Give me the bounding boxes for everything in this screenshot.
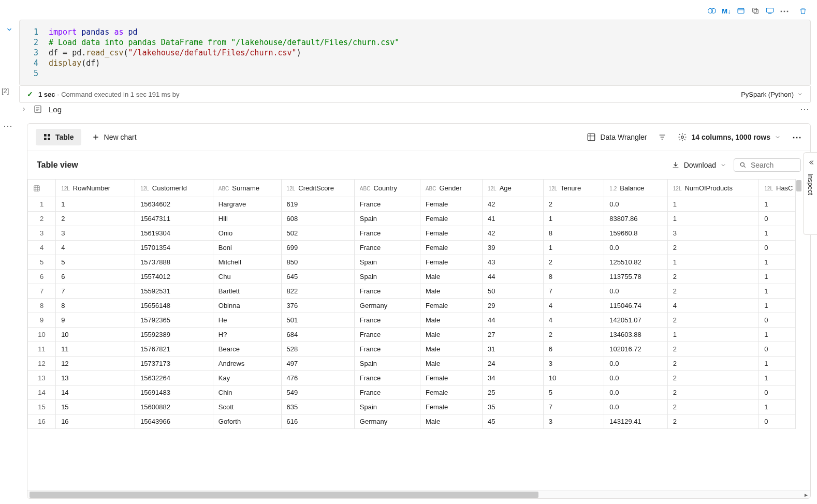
table-row[interactable]: 7715592531Bartlett822FranceMale5070.021 <box>28 284 796 299</box>
cell: 1 <box>56 197 135 212</box>
cell: 15574012 <box>135 270 213 284</box>
toggle-output-button[interactable] <box>763 4 777 18</box>
cell: 29 <box>482 299 543 313</box>
cell: 2 <box>667 371 759 386</box>
horizontal-scrollbar[interactable]: ◄ ► <box>27 490 810 498</box>
cell: Male <box>420 284 482 299</box>
cell: 50 <box>482 284 543 299</box>
cell: 6 <box>56 270 135 284</box>
table-row[interactable]: 101015592389H?684FranceMale272134603.881… <box>28 328 796 342</box>
log-section[interactable]: Log <box>21 101 62 117</box>
column-header[interactable]: 12LCustomerId <box>135 180 213 197</box>
column-header[interactable]: ABCGender <box>420 180 482 197</box>
row-index-header <box>28 180 56 197</box>
output-more-button[interactable]: ⋯ <box>792 131 802 143</box>
success-check-icon: ✓ <box>27 90 33 98</box>
column-header[interactable]: ABCSurname <box>213 180 281 197</box>
cell: 3 <box>667 226 759 241</box>
search-input[interactable] <box>734 158 801 172</box>
vertical-scrollbar-thumb[interactable] <box>796 180 801 191</box>
table-row[interactable]: 8815656148Obinna376GermanyFemale29411504… <box>28 299 796 313</box>
filter-icon <box>658 133 666 141</box>
row-index: 9 <box>28 313 56 328</box>
convert-markdown-button[interactable]: M↓ <box>720 4 733 18</box>
execution-count: [2] <box>2 87 9 95</box>
cell: 4 <box>543 299 604 313</box>
table-row[interactable]: 131315632264Kay476FranceFemale34100.021 <box>28 371 796 386</box>
cell: Onio <box>213 226 281 241</box>
cell: 24 <box>482 357 543 371</box>
cell: 7 <box>543 284 604 299</box>
cell: 15 <box>56 400 135 414</box>
column-header[interactable]: 12LCreditScore <box>281 180 354 197</box>
log-more-button[interactable]: ⋯ <box>800 103 810 115</box>
column-header[interactable]: ABCCountry <box>354 180 420 197</box>
scrollbar-thumb[interactable] <box>30 492 538 498</box>
column-header[interactable]: 12LHasC <box>759 180 796 197</box>
column-header[interactable]: 12LNumOfProducts <box>667 180 759 197</box>
delete-cell-button[interactable] <box>796 4 810 18</box>
tab-new-chart[interactable]: New chart <box>84 129 144 145</box>
row-index: 16 <box>28 414 56 429</box>
cell: 4 <box>56 241 135 255</box>
cell: 134603.88 <box>604 328 667 342</box>
cell: 39 <box>482 241 543 255</box>
cell: 4 <box>667 299 759 313</box>
tab-table[interactable]: Table <box>36 129 81 145</box>
cell: 9 <box>56 313 135 328</box>
code-editor[interactable]: 1import pandas as pd 2# Load data into p… <box>19 20 811 86</box>
data-table[interactable]: 12LRowNumber12LCustomerIdABCSurname12LCr… <box>27 179 810 490</box>
cell: 34 <box>482 371 543 386</box>
table-row[interactable]: 2215647311Hill608SpainFemale41183807.861… <box>28 212 796 226</box>
log-label: Log <box>49 105 62 114</box>
data-wrangler-button[interactable]: Data Wrangler <box>587 132 647 142</box>
filter-button[interactable] <box>658 133 666 141</box>
cell: Hargrave <box>213 197 281 212</box>
kernel-selector[interactable]: PySpark (Python) <box>741 91 803 98</box>
table-row[interactable]: 6615574012Chu645SpainMale448113755.7821 <box>28 270 796 284</box>
table-row[interactable]: 151515600882Scott635SpainFemale3570.021 <box>28 400 796 414</box>
cell: 15767821 <box>135 342 213 357</box>
cell: 143129.41 <box>604 414 667 429</box>
column-header[interactable]: 12LAge <box>482 180 543 197</box>
tab-table-label: Table <box>55 133 74 141</box>
column-header[interactable]: 1.2Balance <box>604 180 667 197</box>
row-index: 3 <box>28 226 56 241</box>
row-index: 15 <box>28 400 56 414</box>
cell: 125510.82 <box>604 255 667 270</box>
table-row[interactable]: 5515737888Mitchell850SpainFemale43212551… <box>28 255 796 270</box>
cell: 25 <box>482 386 543 400</box>
collapse-cell-chevron[interactable] <box>6 26 13 33</box>
copy-cell-button[interactable] <box>749 4 762 18</box>
column-header[interactable]: 12LRowNumber <box>56 180 135 197</box>
table-row[interactable]: 1115634602Hargrave619FranceFemale4220.01… <box>28 197 796 212</box>
download-button[interactable]: Download <box>672 161 726 169</box>
scroll-right-arrow[interactable]: ► <box>802 491 810 499</box>
table-row[interactable]: 161615643966Goforth616GermanyMale4531431… <box>28 414 796 429</box>
row-index: 1 <box>28 197 56 212</box>
cell: 3 <box>56 226 135 241</box>
cell: 2 <box>667 386 759 400</box>
cell: 31 <box>482 342 543 357</box>
search-field[interactable] <box>751 161 792 169</box>
columns-summary-button[interactable]: 14 columns, 1000 rows <box>678 132 781 142</box>
cell: 2 <box>667 342 759 357</box>
table-row[interactable]: 4415701354Boni699FranceFemale3910.020 <box>28 241 796 255</box>
table-row[interactable]: 3315619304Onio502FranceFemale428159660.8… <box>28 226 796 241</box>
freeze-cell-button[interactable] <box>734 4 748 18</box>
table-row[interactable]: 141415691483Chin549FranceFemale2550.020 <box>28 386 796 400</box>
table-row[interactable]: 111115767821Bearce528FranceMale316102016… <box>28 342 796 357</box>
cell-more-button[interactable]: ⋯ <box>778 4 791 18</box>
table-row[interactable]: 121215737173Andrews497SpainMale2430.021 <box>28 357 796 371</box>
cell: Goforth <box>213 414 281 429</box>
cell: 1 <box>759 255 796 270</box>
cell: France <box>354 386 420 400</box>
table-row[interactable]: 9915792365He501FranceMale444142051.0720 <box>28 313 796 328</box>
cell: 12 <box>56 357 135 371</box>
cell: 35 <box>482 400 543 414</box>
cell: 1 <box>667 197 759 212</box>
inspect-panel-toggle[interactable]: Inspect <box>803 152 817 235</box>
copilot-icon[interactable] <box>705 4 719 18</box>
cell-side-menu[interactable]: ⋯ <box>3 120 13 131</box>
column-header[interactable]: 12LTenure <box>543 180 604 197</box>
